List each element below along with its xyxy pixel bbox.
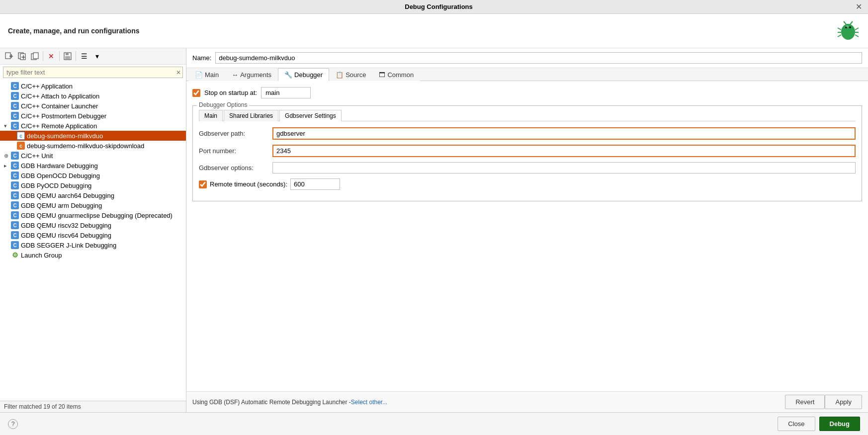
source-tab-label: Source (346, 71, 366, 79)
new-type-button[interactable] (16, 50, 28, 62)
filter-input[interactable] (3, 67, 183, 78)
filter-button[interactable]: ☰ (78, 50, 90, 62)
help-button[interactable]: ? (8, 419, 18, 429)
left-panel: ✕ ☰ ▾ ✕ CC/C++ ApplicationCC/C++ Attach … (0, 48, 186, 412)
gdbserver-path-input[interactable] (272, 127, 856, 140)
item-icon: ⚙ (11, 251, 19, 259)
tree-item-gdb-hardware[interactable]: ▸CGDB Hardware Debugging (0, 161, 186, 171)
revert-button[interactable]: Revert (785, 395, 825, 409)
save-button[interactable] (62, 50, 74, 62)
status-text: Filter matched 19 of 20 items (4, 403, 81, 410)
select-other-link[interactable]: Select other... (351, 399, 387, 406)
remote-timeout-checkbox[interactable] (199, 180, 207, 188)
item-label: GDB OpenOCD Debugging (21, 172, 100, 179)
dialog-title: Debug Configurations (24, 3, 854, 10)
stop-on-startup-label: Stop on startup at: (204, 89, 257, 96)
sub-tab-main[interactable]: Main (199, 110, 223, 121)
tree-item-cpp-app[interactable]: CC/C++ Application (0, 81, 186, 91)
port-number-input[interactable] (272, 145, 856, 157)
status-bar: Filter matched 19 of 20 items (0, 401, 186, 412)
dialog-header-title: Create, manage, and run configurations (8, 27, 140, 35)
duplicate-button[interactable] (29, 50, 41, 62)
name-row: Name: (186, 48, 868, 68)
debugger-tab-icon: 🔧 (284, 71, 292, 79)
tree-item-cpp-remote[interactable]: ▾CC/C++ Remote Application (0, 121, 186, 131)
tree-item-gdb-qemu-gnuarmeclipse[interactable]: CGDB QEMU gnuarmeclipse Debugging (Depre… (0, 210, 186, 220)
delete-button[interactable]: ✕ (45, 50, 57, 62)
gdbserver-path-row: Gdbserver path: (199, 127, 856, 140)
tree-item-gdb-qemu-riscv64[interactable]: CGDB QEMU riscv64 Debugging (0, 230, 186, 240)
stop-at-input[interactable] (261, 87, 311, 98)
tree-item-gdb-segger[interactable]: CGDB SEGGER J-Link Debugging (0, 240, 186, 250)
gdbserver-options-label: Gdbserver options: (199, 164, 268, 172)
stop-on-startup-checkbox[interactable] (192, 89, 200, 97)
item-icon: C (11, 172, 19, 179)
tab-main[interactable]: 📄 Main (188, 68, 225, 81)
item-icon: C (11, 241, 19, 249)
item-icon: C (11, 211, 19, 219)
tree-item-launch-group[interactable]: ⚙Launch Group (0, 250, 186, 260)
sub-tab-gdbserver[interactable]: Gdbserver Settings (279, 110, 342, 121)
tab-content: Stop on startup at: Debugger Options Mai… (186, 81, 868, 391)
arguments-tab-label: Arguments (240, 71, 271, 79)
tree-item-gdb-qemu-aarch64[interactable]: CGDB QEMU aarch64 Debugging (0, 190, 186, 200)
svg-rect-17 (20, 54, 25, 60)
tree-item-gdb-qemu-arm[interactable]: CGDB QEMU arm Debugging (0, 200, 186, 210)
sub-tab-shared-libs[interactable]: Shared Libraries (224, 110, 278, 121)
svg-line-9 (855, 28, 859, 30)
expand-icon: ⊕ (4, 153, 10, 159)
svg-line-5 (850, 21, 853, 24)
svg-line-11 (855, 35, 859, 37)
item-icon: C (11, 162, 19, 170)
bug-icon (836, 19, 860, 43)
gdbserver-path-label: Gdbserver path: (199, 130, 268, 137)
tab-common[interactable]: 🗖 Common (372, 68, 420, 81)
source-tab-icon: 📋 (336, 71, 344, 79)
tab-debugger[interactable]: 🔧 Debugger (278, 68, 329, 81)
right-panel: Name: 📄 Main ↔ Arguments 🔧 Debugger 📋 So… (186, 48, 868, 412)
tree-item-cpp-attach[interactable]: CC/C++ Attach to Application (0, 91, 186, 101)
tree-item-cpp-unit[interactable]: ⊕CC/C++ Unit (0, 151, 186, 161)
tree-item-debug-sumdemo-milkvduo-skipdownload[interactable]: cdebug-sumdemo-milkvduo-skipdownload (0, 141, 186, 151)
view-menu-button[interactable]: ▾ (91, 50, 103, 62)
main-tab-label: Main (205, 71, 219, 79)
tree-item-cpp-postmortem[interactable]: CC/C++ Postmortem Debugger (0, 111, 186, 121)
svg-rect-21 (33, 53, 38, 59)
common-tab-label: Common (387, 71, 414, 79)
item-label: debug-sumdemo-milkvduo (27, 132, 103, 140)
apply-button[interactable]: Apply (825, 395, 862, 409)
item-label: Launch Group (21, 252, 62, 259)
gdbserver-options-input[interactable] (272, 162, 856, 174)
filter-clear-button[interactable]: ✕ (176, 69, 181, 76)
tree-item-cpp-container[interactable]: CC/C++ Container Launcher (0, 101, 186, 111)
toolbar-separator-3 (76, 51, 76, 61)
svg-line-8 (838, 35, 841, 37)
tree-item-debug-sumdemo-milkvduo[interactable]: cdebug-sumdemo-milkvduo (0, 131, 186, 141)
debug-button[interactable]: Debug (819, 417, 860, 431)
debugger-tab-label: Debugger (294, 71, 323, 79)
footer: ? Close Debug (0, 412, 868, 435)
tab-arguments[interactable]: ↔ Arguments (225, 68, 278, 81)
common-tab-icon: 🗖 (379, 71, 385, 79)
help-icon-label: ? (11, 421, 15, 428)
item-label: GDB PyOCD Debugging (21, 182, 91, 189)
remote-timeout-input[interactable] (290, 178, 340, 190)
tab-source[interactable]: 📋 Source (329, 68, 372, 81)
close-button[interactable]: Close (778, 417, 815, 431)
expand-icon: ▾ (4, 123, 10, 129)
name-input[interactable] (215, 52, 862, 64)
close-icon[interactable]: ✕ (854, 2, 864, 11)
svg-line-6 (838, 28, 841, 30)
tree-item-gdb-openocd[interactable]: CGDB OpenOCD Debugging (0, 171, 186, 180)
title-bar: Debug Configurations ✕ (0, 0, 868, 14)
item-label: C/C++ Unit (21, 152, 53, 160)
tree-item-gdb-qemu-riscv32[interactable]: CGDB QEMU riscv32 Debugging (0, 220, 186, 230)
toolbar-separator-1 (43, 51, 43, 61)
item-label: GDB QEMU gnuarmeclipse Debugging (Deprec… (21, 212, 173, 219)
item-icon: C (11, 231, 19, 239)
new-config-button[interactable] (3, 50, 15, 62)
name-label: Name: (192, 54, 211, 62)
item-icon: C (11, 82, 19, 90)
tree-item-gdb-pyocd[interactable]: CGDB PyOCD Debugging (0, 180, 186, 190)
expand-icon: ▸ (4, 163, 10, 169)
